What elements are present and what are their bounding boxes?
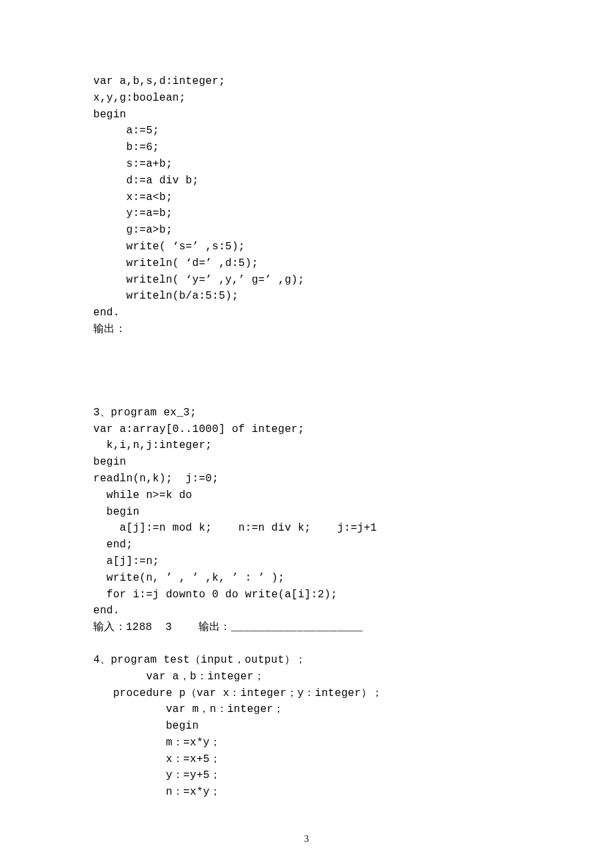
code-line: y:=a=b; [93, 205, 526, 222]
code-line: var a，b：integer； [93, 669, 526, 685]
code-line: var a,b,s,d:integer; [93, 73, 526, 90]
code-line: writeln( ‘d=’ ,d:5); [93, 255, 526, 272]
output-label: 输出： [93, 321, 526, 338]
document-page: var a,b,s,d:integer; x,y,g:boolean; begi… [0, 0, 613, 868]
code-line: y：=y+5； [93, 767, 526, 784]
code-line: write( ‘s=’ ,s:5); [93, 239, 526, 255]
code-line: b:=6; [93, 139, 526, 156]
code-line: x:=a<b; [93, 189, 526, 206]
code-line: readln(n,k); j:=0; [93, 471, 526, 487]
code-line: end; [93, 537, 526, 553]
code-line: begin [93, 504, 526, 521]
input-output-line: 输入：1288 3 输出：____________________ [93, 619, 526, 636]
code-line: begin [93, 718, 526, 735]
code-line: a[j]:=n; [93, 553, 526, 570]
code-line: writeln( ‘y=’ ,y,’ g=’ ,g); [93, 272, 526, 289]
spacer [93, 338, 526, 405]
code-line: s:=a+b; [93, 156, 526, 173]
code-line: n：=x*y； [93, 784, 526, 801]
code-line: begin [93, 454, 526, 471]
code-line: var m，n：integer； [93, 701, 526, 718]
code-line: m：=x*y； [93, 735, 526, 751]
code-line: end. [93, 305, 526, 321]
code-line: writeln(b/a:5:5); [93, 288, 526, 305]
code-line: a:=5; [93, 123, 526, 139]
spacer [93, 636, 526, 652]
code-line: procedure p（var x：integer；y：integer）； [93, 685, 526, 702]
code-line: write(n, ’ , ’ ,k, ’ : ’ ); [93, 570, 526, 587]
code-line: var a:array[0..1000] of integer; [93, 421, 526, 438]
code-line: 3、program ex_3; [93, 405, 526, 421]
code-line: end. [93, 603, 526, 619]
code-line: x,y,g:boolean; [93, 90, 526, 107]
page-number: 3 [0, 832, 613, 847]
code-line: k,i,n,j:integer; [93, 437, 526, 454]
code-line: while n>=k do [93, 487, 526, 504]
code-line: begin [93, 107, 526, 123]
code-line: 4、program test（input，output）； [93, 652, 526, 669]
code-line: g:=a>b; [93, 222, 526, 239]
code-line: x：=x+5； [93, 751, 526, 768]
code-line: for i:=j downto 0 do write(a[i]:2); [93, 587, 526, 603]
code-line: a[j]:=n mod k; n:=n div k; j:=j+1 [93, 520, 526, 537]
code-line: d:=a div b; [93, 173, 526, 189]
